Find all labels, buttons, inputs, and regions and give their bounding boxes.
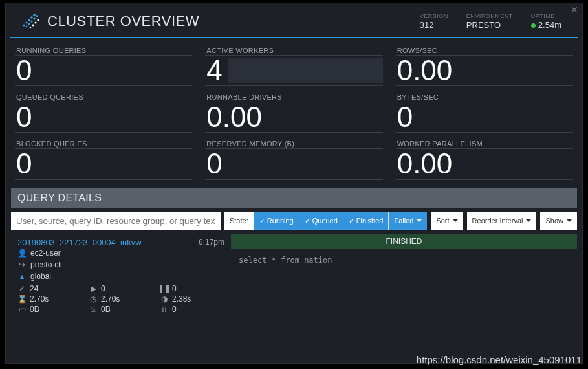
svg-point-2 bbox=[28, 19, 30, 21]
caret-down-icon bbox=[415, 217, 422, 225]
bars-icon: ⁞⁞ bbox=[160, 305, 169, 314]
resource-group-icon: ▴ bbox=[17, 272, 27, 281]
fire-icon: ♨ bbox=[89, 305, 98, 314]
metric-label: RESERVED MEMORY (B) bbox=[205, 138, 382, 149]
query-id-link[interactable]: 20190803_221723_00004_iukvw bbox=[17, 238, 142, 247]
check-icon: ✓ bbox=[17, 284, 27, 293]
metric-value: 0 bbox=[15, 56, 33, 85]
svg-point-3 bbox=[30, 16, 33, 19]
query-sql-text: select * from nation bbox=[231, 249, 577, 271]
version-label: VERSION bbox=[420, 13, 448, 19]
metric-value: 0 bbox=[15, 102, 33, 132]
metric-label: BLOCKED QUERIES bbox=[15, 138, 192, 149]
source-icon: ↪ bbox=[17, 260, 27, 269]
svg-point-7 bbox=[30, 20, 32, 22]
svg-point-1 bbox=[25, 21, 27, 23]
show-button[interactable]: Show bbox=[540, 212, 577, 230]
memory-icon: ▭ bbox=[17, 305, 27, 314]
metric-card: ACTIVE WORKERS4 bbox=[201, 42, 386, 86]
header-meta: VERSION 312 ENVIRONMENT PRESTO UPTIME 2.… bbox=[420, 13, 567, 30]
metric-value: 0.00 bbox=[205, 102, 263, 132]
svg-point-10 bbox=[30, 27, 32, 29]
svg-point-0 bbox=[23, 25, 25, 27]
reorder-interval-button[interactable]: Reorder Interval bbox=[467, 212, 537, 230]
page-title: CLUSTER OVERVIEW bbox=[47, 13, 199, 30]
query-user: ec2-user bbox=[30, 249, 61, 258]
sort-button[interactable]: Sort bbox=[431, 212, 463, 230]
metric-label: RUNNING QUERIES bbox=[15, 45, 192, 56]
caret-down-icon bbox=[565, 217, 572, 225]
metric-label: BYTES/SEC bbox=[396, 91, 573, 102]
query-row: 20190803_221723_00004_iukvw 6:17pm 👤ec2-… bbox=[11, 234, 577, 318]
status-dot-icon bbox=[531, 23, 536, 28]
hourglass-icon: ⌛ bbox=[17, 295, 27, 304]
metric-value: 0.00 bbox=[396, 56, 454, 85]
watermark-text: https://blog.csdn.net/weixin_45091011 bbox=[417, 354, 582, 365]
svg-point-6 bbox=[28, 23, 30, 25]
query-resource-group: global bbox=[30, 272, 51, 281]
version-value: 312 bbox=[420, 20, 448, 30]
metric-card: ROWS/SEC0.00 bbox=[392, 42, 577, 86]
query-details-header: QUERY DETAILS bbox=[11, 188, 577, 208]
metric-value: 0 bbox=[396, 102, 414, 132]
stat-running: 0 bbox=[101, 284, 105, 293]
close-icon[interactable]: ✕ bbox=[571, 5, 578, 15]
svg-point-13 bbox=[37, 19, 39, 21]
presto-logo bbox=[21, 12, 39, 30]
stat-completed: 24 bbox=[30, 284, 38, 293]
check-icon: ✓ bbox=[349, 217, 354, 225]
svg-point-9 bbox=[36, 15, 38, 17]
metric-card: BYTES/SEC0 bbox=[392, 89, 577, 133]
metric-value: 0 bbox=[15, 149, 33, 179]
stat-memory: 0B bbox=[30, 305, 39, 314]
stat-scheduled: 2.38s bbox=[172, 295, 191, 304]
scheduled-icon: ◑ bbox=[160, 295, 169, 304]
check-icon: ✓ bbox=[259, 217, 265, 225]
sparkline bbox=[228, 58, 383, 83]
metric-label: ACTIVE WORKERS bbox=[205, 45, 382, 56]
metric-card: WORKER PARALLELISM0.00 bbox=[392, 135, 577, 179]
clock-icon: ◷ bbox=[89, 295, 98, 304]
metric-card: BLOCKED QUERIES0 bbox=[11, 135, 196, 179]
filter-running-button[interactable]: ✓Running bbox=[254, 212, 299, 230]
environment-label: ENVIRONMENT bbox=[466, 13, 513, 19]
uptime-value: 2.54m bbox=[531, 20, 561, 30]
stat-elapsed: 2.70s bbox=[30, 295, 49, 304]
query-source: presto-cli bbox=[30, 260, 62, 269]
filter-finished-button[interactable]: ✓Finished bbox=[343, 212, 389, 230]
filter-queued-button[interactable]: ✓Queued bbox=[299, 212, 343, 230]
metric-card: RUNNING QUERIES0 bbox=[11, 42, 196, 86]
metric-value: 0.00 bbox=[396, 149, 454, 179]
search-input[interactable] bbox=[11, 212, 221, 230]
metrics-grid: RUNNING QUERIES0ACTIVE WORKERS4ROWS/SEC0… bbox=[6, 38, 582, 184]
metric-card: RUNNABLE DRIVERS0.00 bbox=[201, 89, 386, 133]
header: CLUSTER OVERVIEW VERSION 312 ENVIRONMENT… bbox=[10, 3, 578, 38]
pause-icon: ❚❚ bbox=[160, 284, 169, 293]
play-icon: ▶ bbox=[89, 284, 98, 293]
stat-queued: 0 bbox=[172, 284, 177, 293]
stat-peak: 0B bbox=[101, 305, 111, 314]
svg-point-12 bbox=[35, 22, 37, 24]
stat-splits: 0 bbox=[172, 305, 177, 314]
metric-card: RESERVED MEMORY (B)0 bbox=[201, 135, 386, 179]
caret-down-icon bbox=[452, 217, 458, 225]
metric-card: QUEUED QUERIES0 bbox=[11, 89, 196, 133]
caret-down-icon bbox=[525, 217, 531, 225]
metric-label: QUEUED QUERIES bbox=[15, 91, 192, 102]
user-icon: 👤 bbox=[17, 249, 27, 258]
uptime-label: UPTIME bbox=[531, 13, 561, 19]
query-status-badge: FINISHED bbox=[231, 234, 577, 249]
state-label: State: bbox=[224, 212, 254, 230]
svg-point-8 bbox=[33, 17, 35, 19]
query-time: 6:17pm bbox=[199, 238, 224, 247]
svg-point-4 bbox=[33, 14, 36, 16]
environment-value: PRESTO bbox=[466, 20, 513, 30]
filter-failed-button[interactable]: Failed bbox=[388, 212, 427, 230]
stat-cpu: 2.70s bbox=[101, 295, 120, 304]
metric-value: 0 bbox=[205, 149, 223, 179]
check-icon: ✓ bbox=[305, 217, 310, 225]
svg-point-5 bbox=[26, 26, 28, 28]
metric-value: 4 bbox=[205, 56, 223, 85]
svg-point-11 bbox=[32, 25, 34, 27]
